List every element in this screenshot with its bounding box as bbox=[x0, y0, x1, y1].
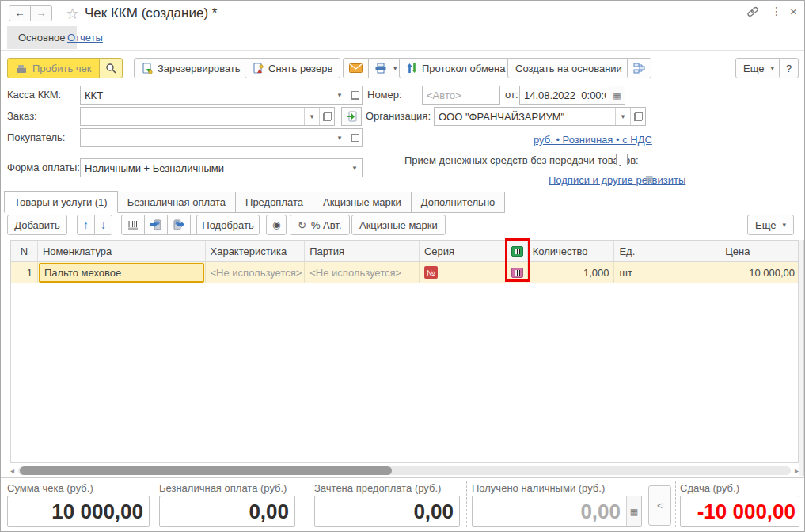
cell-batch[interactable]: <Не используется> bbox=[305, 262, 420, 283]
email-button[interactable] bbox=[343, 58, 369, 78]
collapse-panel-button[interactable]: < bbox=[648, 485, 671, 526]
move-up-button[interactable]: ↑ bbox=[77, 215, 95, 235]
col-header-batch[interactable]: Партия bbox=[305, 241, 420, 261]
history-nav: ← → bbox=[9, 5, 52, 21]
help-button[interactable]: ? bbox=[779, 58, 799, 78]
vertical-scrollbar[interactable] bbox=[799, 240, 804, 476]
org-input[interactable] bbox=[435, 108, 615, 125]
cell-quantity[interactable]: 1,000 bbox=[528, 262, 615, 283]
open-icon bbox=[634, 112, 643, 121]
payment-form-dropdown-caret[interactable]: ▾ bbox=[347, 159, 362, 177]
scroll-right-arrow[interactable]: ▸ bbox=[791, 466, 799, 476]
col-header-nomenclature[interactable]: Номенклатура bbox=[38, 241, 206, 261]
create-based-on-button[interactable]: Создать на основании ▾ bbox=[507, 58, 640, 78]
pick-items-button[interactable]: Подобрать bbox=[196, 215, 260, 235]
order-input[interactable] bbox=[81, 108, 304, 125]
forward-button[interactable]: → bbox=[30, 5, 52, 21]
col-header-unit[interactable]: Ед. bbox=[614, 241, 720, 261]
calendar-button[interactable]: ▦ bbox=[609, 86, 625, 104]
col-header-quantity[interactable]: Количество bbox=[528, 241, 615, 261]
back-button[interactable]: ← bbox=[9, 5, 31, 21]
org-dropdown-caret[interactable]: ▾ bbox=[615, 108, 630, 125]
cash-received-input[interactable]: 0,00 bbox=[473, 500, 626, 524]
get-link-icon[interactable] bbox=[746, 6, 759, 17]
change-value: -10 000,00 bbox=[681, 500, 799, 524]
tab-excise-stamps[interactable]: Акцизные марки bbox=[313, 192, 412, 213]
tab-main[interactable]: Основное bbox=[7, 26, 77, 49]
number-label: Номер: bbox=[367, 89, 402, 101]
col-header-price[interactable]: Цена bbox=[720, 241, 798, 261]
terminal-in-icon bbox=[150, 219, 161, 230]
col-header-characteristic[interactable]: Характеристика bbox=[206, 241, 306, 261]
signatures-link[interactable]: Подписи и другие реквизиты bbox=[549, 174, 685, 186]
scroll-left-arrow[interactable]: ◂ bbox=[10, 466, 18, 476]
date-input[interactable] bbox=[520, 86, 609, 104]
active-cell-frame[interactable]: Пальто меховое bbox=[39, 263, 204, 283]
col-header-series[interactable]: Серия bbox=[420, 241, 507, 261]
kassa-dropdown-caret[interactable]: ▾ bbox=[332, 86, 347, 104]
table-row[interactable]: 1 Пальто меховое <Не используется> <Не и… bbox=[11, 262, 798, 283]
cell-unit[interactable]: шт bbox=[614, 262, 720, 283]
divider bbox=[309, 481, 309, 527]
buyer-open-button[interactable] bbox=[347, 129, 362, 146]
exchange-protocol-button[interactable]: Протокол обмена bbox=[399, 58, 514, 78]
table-more-button[interactable]: Еще ▾ bbox=[747, 215, 794, 235]
cash-received-field: 0,00 ▦ bbox=[472, 496, 642, 527]
price-currency-link[interactable]: руб. • Розничная • с НДС bbox=[534, 134, 652, 146]
tab-cashless-payment[interactable]: Безналичная оплата bbox=[118, 192, 236, 213]
tab-additional[interactable]: Дополнительно bbox=[412, 192, 506, 213]
scrollbar-track[interactable] bbox=[18, 466, 791, 475]
kassa-open-button[interactable] bbox=[347, 86, 362, 104]
buyer-input[interactable] bbox=[81, 129, 332, 146]
close-icon[interactable]: × bbox=[790, 5, 797, 18]
org-open-button[interactable] bbox=[630, 108, 645, 125]
open-icon bbox=[351, 91, 359, 100]
barcode-scan-button[interactable] bbox=[121, 215, 145, 235]
cell-price[interactable]: 10 000,00 bbox=[720, 262, 798, 283]
divider bbox=[466, 481, 467, 527]
unload-to-terminal-button[interactable] bbox=[167, 215, 191, 235]
move-down-button[interactable]: ↓ bbox=[94, 215, 112, 235]
fill-from-order-button[interactable] bbox=[341, 107, 362, 126]
order-open-button[interactable] bbox=[319, 108, 334, 125]
tab-goods-services[interactable]: Товары и услуги (1) bbox=[4, 191, 118, 213]
post-check-search-button[interactable] bbox=[99, 58, 123, 78]
col-header-n[interactable]: N bbox=[11, 241, 38, 261]
calculator-button[interactable]: ▦ bbox=[626, 496, 641, 526]
load-from-terminal-button[interactable] bbox=[144, 215, 168, 235]
col-header-marking[interactable] bbox=[507, 241, 528, 261]
date-label: от: bbox=[505, 89, 518, 101]
print-button[interactable]: ▾ bbox=[368, 58, 404, 78]
number-input[interactable] bbox=[423, 86, 499, 104]
view-button[interactable]: ◉ bbox=[266, 215, 287, 235]
more-button[interactable]: Еще ▾ bbox=[735, 58, 782, 78]
series-number-badge[interactable]: № bbox=[424, 266, 438, 279]
tab-reports[interactable]: Отчеты bbox=[67, 32, 103, 44]
cell-marking[interactable] bbox=[507, 262, 528, 283]
add-row-button[interactable]: Добавить bbox=[7, 215, 67, 235]
marking-green-icon bbox=[511, 246, 523, 256]
cell-n[interactable]: 1 bbox=[11, 262, 38, 283]
excise-stamps-button[interactable]: Акцизные марки bbox=[351, 215, 446, 235]
total-value: 10 000,00 bbox=[8, 500, 149, 524]
auto-discount-button[interactable]: ↻ % Авт. bbox=[290, 215, 350, 235]
favorite-star-icon[interactable]: ☆ bbox=[66, 5, 79, 23]
reserve-button[interactable]: Зарезервировать bbox=[134, 58, 249, 78]
scrollbar-thumb[interactable] bbox=[20, 466, 392, 475]
kassa-input[interactable] bbox=[81, 86, 332, 104]
org-field: ▾ bbox=[434, 107, 646, 126]
cell-series[interactable]: № bbox=[420, 262, 507, 283]
cell-characteristic[interactable]: <Не используется> bbox=[206, 262, 306, 283]
cell-nomenclature[interactable]: Пальто меховое bbox=[38, 262, 206, 283]
remove-reserve-button[interactable]: Снять резерв bbox=[245, 58, 340, 78]
kebab-menu-icon[interactable]: ⋮ bbox=[771, 5, 782, 17]
buyer-dropdown-caret[interactable]: ▾ bbox=[332, 129, 347, 146]
related-documents-button[interactable] bbox=[627, 58, 651, 78]
tab-prepayment[interactable]: Предоплата bbox=[236, 192, 313, 213]
post-check-button[interactable]: Пробить чек bbox=[7, 58, 100, 78]
no-goods-checkbox[interactable] bbox=[616, 154, 628, 165]
signatures-more-icon[interactable]: ▦ bbox=[645, 173, 653, 184]
buyer-label: Покупатель: bbox=[7, 131, 65, 143]
payment-form-input[interactable] bbox=[81, 159, 347, 177]
order-dropdown-caret[interactable]: ▾ bbox=[304, 108, 319, 125]
